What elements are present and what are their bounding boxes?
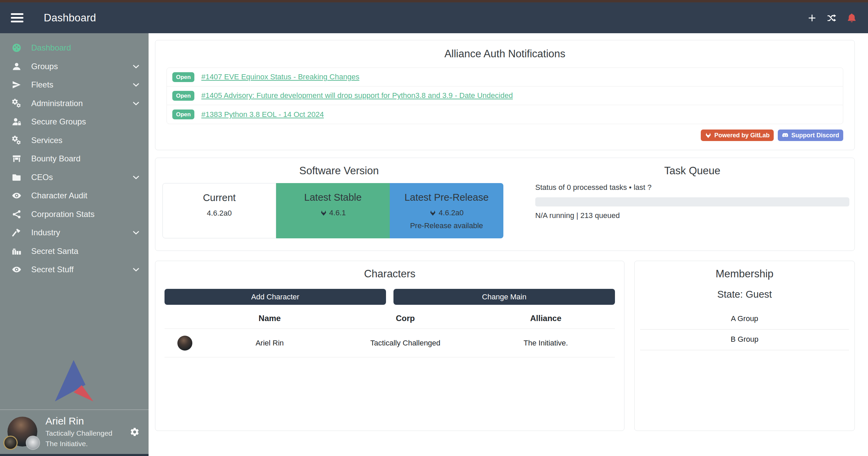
- navbar: Dashboard: [0, 2, 868, 33]
- jet-icon: [10, 79, 23, 90]
- column-header-avatar: [165, 308, 205, 329]
- chevron-down-icon: [132, 228, 140, 237]
- page-title: Dashboard: [44, 12, 96, 24]
- gitlab-badge-label: Powered by GitLab: [714, 132, 770, 139]
- version-cells: Current 4.6.2a0 Latest Stable 4.6.1 Late…: [162, 183, 516, 238]
- sidebar-item-label: Bounty Board: [31, 154, 80, 163]
- task-queue-status: Status of 0 processed tasks • last ?: [535, 183, 849, 192]
- status-badge: Open: [172, 72, 194, 82]
- sidebar-item-label: Services: [31, 136, 62, 145]
- user-alliance: The Initiative.: [45, 440, 112, 448]
- sidebar-item-character-audit[interactable]: Character Audit: [0, 186, 149, 205]
- character-corp: Tactically Challenged: [334, 329, 477, 357]
- prerelease-version: 4.6.2a0: [439, 209, 463, 217]
- membership-title: Membership: [640, 268, 849, 280]
- notifications-panel: Alliance Auth Notifications Open #1407 E…: [155, 40, 855, 150]
- status-badge: Open: [172, 91, 194, 101]
- sidebar-item-label: Dashboard: [31, 43, 71, 53]
- notification-row: Open #1383 Python 3.8 EOL - 14 Oct 2024: [167, 105, 843, 124]
- status-badge: Open: [172, 110, 194, 119]
- menu-toggle-icon[interactable]: [11, 13, 23, 22]
- gifts-icon: [10, 246, 23, 257]
- sidebar-item-label: Secret Santa: [31, 246, 78, 256]
- eye-icon: [10, 264, 23, 275]
- character-portrait: [177, 336, 192, 351]
- sidebar-item-secret-santa[interactable]: Secret Santa: [0, 242, 149, 261]
- gears-icon: [10, 98, 23, 109]
- gears-icon: [10, 135, 23, 146]
- sidebar-item-administration[interactable]: Administration: [0, 94, 149, 113]
- membership-state: State: Guest: [640, 289, 849, 300]
- gitlab-icon: [320, 210, 327, 216]
- characters-table: Name Corp Alliance Ariel Rin Tactically …: [165, 308, 615, 357]
- eye-icon: [10, 190, 23, 201]
- sidebar-item-label: Groups: [31, 62, 58, 71]
- chevron-down-icon: [132, 173, 140, 182]
- bell-icon[interactable]: [846, 13, 857, 23]
- sidebar-item-corporation-stats[interactable]: Corporation Stats: [0, 205, 149, 224]
- sidebar-item-label: Character Audit: [31, 191, 87, 200]
- user-name: Ariel Rin: [45, 415, 112, 427]
- gitlab-icon: [429, 210, 436, 216]
- user-corp: Tactically Challenged: [45, 429, 112, 437]
- membership-panel: Membership State: Guest A Group B Group: [634, 261, 855, 431]
- current-label: Current: [163, 192, 276, 203]
- version-prerelease-cell: Latest Pre-Release 4.6.2a0 Pre-Release a…: [390, 183, 503, 238]
- sidebar-item-groups[interactable]: Groups: [0, 57, 149, 76]
- add-character-button[interactable]: Add Character: [165, 289, 386, 305]
- membership-group-row: B Group: [640, 330, 849, 350]
- discord-badge-label: Support Discord: [791, 132, 839, 139]
- hammer-icon: [10, 227, 23, 238]
- task-queue-progress-bar: [535, 197, 849, 206]
- notification-link[interactable]: #1405 Advisory: Future development will …: [201, 91, 513, 100]
- sidebar-item-bounty-board[interactable]: Bounty Board: [0, 150, 149, 168]
- corp-logo-badge: [3, 436, 18, 450]
- sidebar-item-services[interactable]: Services: [0, 131, 149, 150]
- notification-link[interactable]: #1407 EVE Equinox Status - Breaking Chan…: [201, 73, 359, 81]
- user-lock-icon: [10, 116, 23, 127]
- window-top-strip: [0, 0, 868, 2]
- characters-panel: Characters Add Character Change Main Nam…: [155, 261, 624, 431]
- column-header-name: Name: [205, 308, 334, 329]
- notification-row: Open #1407 EVE Equinox Status - Breaking…: [167, 68, 843, 86]
- prerelease-label: Latest Pre-Release: [390, 192, 503, 203]
- sidebar-item-secret-stuff[interactable]: Secret Stuff: [0, 260, 149, 279]
- shuffle-icon[interactable]: [827, 13, 837, 23]
- sidebar-item-ceos[interactable]: CEOs: [0, 168, 149, 187]
- plus-icon[interactable]: [807, 13, 817, 23]
- powered-by-gitlab-badge[interactable]: Powered by GitLab: [701, 130, 774, 141]
- sidebar-item-label: Fleets: [31, 80, 53, 90]
- sidebar-item-industry[interactable]: Industry: [0, 223, 149, 242]
- store-icon: [10, 153, 23, 164]
- chevron-down-icon: [132, 80, 140, 89]
- task-queue-title: Task Queue: [535, 165, 849, 177]
- support-discord-badge[interactable]: Support Discord: [778, 130, 843, 141]
- notification-link[interactable]: #1383 Python 3.8 EOL - 14 Oct 2024: [201, 110, 324, 119]
- sidebar-item-secure-groups[interactable]: Secure Groups: [0, 113, 149, 131]
- notifications-title: Alliance Auth Notifications: [167, 48, 843, 60]
- column-header-corp: Corp: [334, 308, 477, 329]
- software-version-panel: Software Version Current 4.6.2a0 Latest …: [155, 158, 855, 251]
- change-main-button[interactable]: Change Main: [393, 289, 615, 305]
- sidebar-item-fleets[interactable]: Fleets: [0, 76, 149, 94]
- character-alliance: The Initiative.: [477, 329, 615, 357]
- prerelease-note: Pre-Release available: [390, 221, 503, 230]
- software-version-title: Software Version: [162, 165, 516, 177]
- alliance-logo-badge: [26, 436, 40, 450]
- stable-label: Latest Stable: [276, 192, 390, 203]
- notifications-list: Open #1407 EVE Equinox Status - Breaking…: [167, 67, 843, 124]
- version-stable-cell: Latest Stable 4.6.1: [276, 183, 390, 238]
- gauge-icon: [10, 42, 23, 53]
- user-avatar: [7, 417, 37, 447]
- chevron-down-icon: [132, 99, 140, 108]
- notification-row: Open #1405 Advisory: Future development …: [167, 86, 843, 105]
- task-queue-panel: Task Queue Status of 0 processed tasks •…: [516, 165, 854, 251]
- chevron-down-icon: [132, 265, 140, 274]
- sidebar-item-label: CEOs: [31, 173, 53, 182]
- characters-title: Characters: [165, 268, 615, 280]
- sidebar-item-dashboard[interactable]: Dashboard: [0, 39, 149, 57]
- sidebar-menu: Dashboard Groups Fleets Administration S…: [0, 33, 149, 279]
- gear-icon[interactable]: [130, 427, 140, 437]
- version-current-cell: Current 4.6.2a0: [162, 183, 276, 238]
- current-version: 4.6.2a0: [207, 209, 232, 218]
